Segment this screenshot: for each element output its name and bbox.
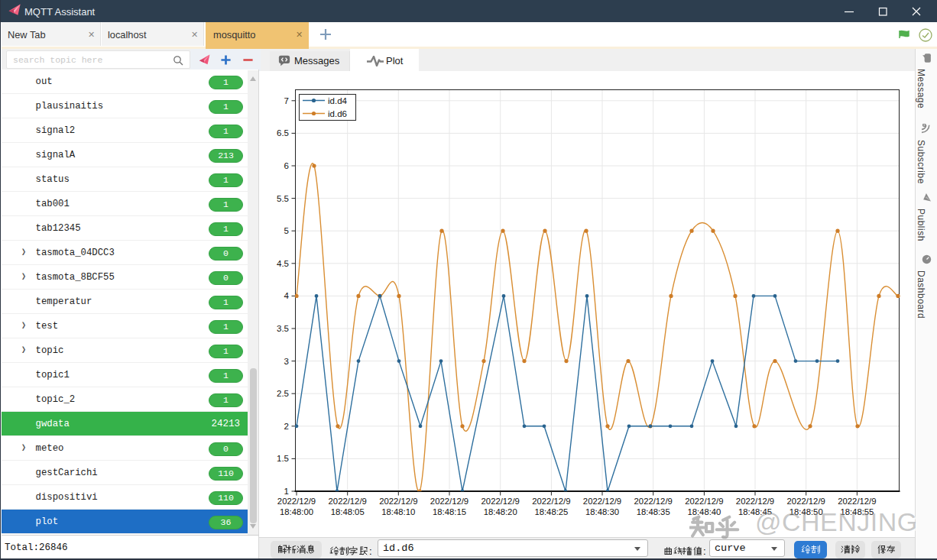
svg-text:3.5: 3.5 [277,324,289,333]
svg-text:2022/12/9: 2022/12/9 [685,497,723,506]
svg-text:2022/12/9: 2022/12/9 [532,497,570,506]
svg-text:4.5: 4.5 [277,258,289,267]
svg-text:2022/12/9: 2022/12/9 [481,497,520,506]
svg-text:2022/12/9: 2022/12/9 [329,497,367,506]
svg-text:18:48:00: 18:48:00 [280,507,313,516]
svg-text:5.5: 5.5 [277,193,289,202]
svg-text:18:48:35: 18:48:35 [637,507,670,516]
svg-text:6: 6 [284,161,289,170]
svg-text:2022/12/9: 2022/12/9 [787,497,825,506]
svg-text:2022/12/9: 2022/12/9 [838,497,876,506]
svg-text:2022/12/9: 2022/12/9 [430,497,468,506]
svg-text:18:48:15: 18:48:15 [433,507,466,516]
svg-text:18:48:20: 18:48:20 [484,507,517,516]
svg-text:18:48:25: 18:48:25 [534,507,568,516]
svg-text:18:48:05: 18:48:05 [331,507,365,516]
svg-text:6.5: 6.5 [277,128,289,138]
svg-text:2: 2 [284,421,289,430]
svg-text:18:48:10: 18:48:10 [381,507,415,516]
svg-text:7: 7 [284,95,289,105]
svg-text:3: 3 [284,356,289,365]
svg-text:5: 5 [284,226,289,235]
svg-text:id.d6: id.d6 [328,108,347,118]
svg-text:2022/12/9: 2022/12/9 [277,497,316,506]
svg-text:18:48:30: 18:48:30 [585,507,619,516]
svg-text:2022/12/9: 2022/12/9 [379,497,417,506]
svg-text:1: 1 [284,487,289,496]
svg-text:id.d4: id.d4 [328,95,348,105]
svg-text:4: 4 [284,291,290,300]
svg-text:2022/12/9: 2022/12/9 [634,497,673,506]
svg-text:1.5: 1.5 [277,454,289,463]
svg-text:2.5: 2.5 [277,389,289,398]
svg-text:2022/12/9: 2022/12/9 [583,497,621,506]
svg-text:2022/12/9: 2022/12/9 [736,497,774,506]
